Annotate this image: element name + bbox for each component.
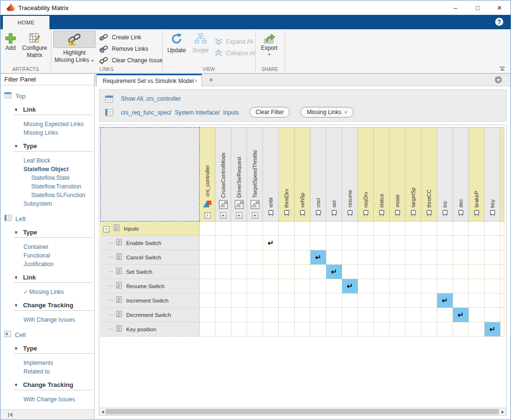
matrix-cell[interactable]: [453, 250, 469, 265]
matrix-cell[interactable]: [215, 279, 231, 293]
configure-matrix-button[interactable]: Configure Matrix: [20, 32, 49, 59]
matrix-cell[interactable]: [326, 236, 342, 250]
matrix-cell[interactable]: [200, 308, 215, 322]
matrix-cell[interactable]: [500, 322, 504, 337]
add-button[interactable]: Add: [3, 32, 18, 52]
matrix-cell[interactable]: [310, 265, 326, 279]
matrix-cell[interactable]: [358, 308, 374, 322]
matrix-cell[interactable]: [390, 222, 405, 236]
remove-links-button[interactable]: Remove Links: [99, 45, 148, 53]
matrix-cell-linked[interactable]: ↵: [437, 293, 453, 308]
filter-item-functional[interactable]: Functional: [24, 251, 94, 260]
matrix-cell-linked[interactable]: ↵: [326, 265, 342, 279]
matrix-cell[interactable]: [279, 250, 295, 265]
matrix-cell[interactable]: [295, 250, 310, 265]
filter-group-header-type[interactable]: ▼Type: [14, 141, 93, 152]
matrix-cell[interactable]: [326, 322, 342, 337]
matrix-cell[interactable]: [390, 236, 405, 250]
column-header-vehSp[interactable]: vehSp: [295, 127, 310, 222]
filter-item-missing-links[interactable]: Missing Links: [24, 128, 94, 137]
matrix-cell[interactable]: [342, 250, 358, 265]
matrix-cell[interactable]: [342, 322, 358, 337]
filter-item-container[interactable]: Container: [24, 243, 94, 251]
column-header-enbl[interactable]: enbl: [263, 127, 279, 222]
matrix-cell[interactable]: [231, 236, 247, 250]
matrix-cell[interactable]: [263, 265, 279, 279]
matrix-cell-linked[interactable]: ↵: [485, 322, 500, 337]
row-label-key-position[interactable]: Key position: [100, 322, 200, 337]
matrix-cell[interactable]: [485, 279, 500, 293]
tab-close-icon[interactable]: ×: [194, 78, 198, 84]
matrix-cell[interactable]: [421, 308, 437, 322]
matrix-cell[interactable]: [326, 279, 342, 293]
matrix-cell[interactable]: [215, 250, 231, 265]
matrix-cell[interactable]: [390, 265, 405, 279]
matrix-cell[interactable]: [342, 293, 358, 308]
matrix-cell[interactable]: [405, 236, 421, 250]
filter-group-header-link[interactable]: ▼Link: [14, 105, 93, 115]
matrix-cell[interactable]: [200, 293, 215, 308]
column-header-partial[interactable]: [500, 127, 504, 222]
matrix-cell[interactable]: [263, 222, 279, 236]
matrix-cell[interactable]: [215, 308, 231, 322]
matrix-cell[interactable]: [405, 322, 421, 337]
matrix-cell[interactable]: [326, 222, 342, 236]
matrix-cell[interactable]: [405, 265, 421, 279]
matrix-cell[interactable]: [390, 293, 405, 308]
matrix-cell[interactable]: [500, 308, 504, 322]
filter-chip-close-icon[interactable]: ×: [344, 109, 347, 115]
highlight-missing-links-button[interactable]: Highlight Missing Links ▼: [53, 31, 95, 64]
clear-change-issue-button[interactable]: Clear Change Issue: [99, 57, 163, 64]
row-label-cancel-switch[interactable]: Cancel Switch: [100, 250, 200, 265]
matrix-cell[interactable]: [358, 265, 374, 279]
matrix-cell[interactable]: [200, 279, 215, 293]
collapse-all-button[interactable]: Collapse All: [214, 49, 256, 57]
matrix-cell[interactable]: [374, 250, 390, 265]
filter-item-subsystem[interactable]: Subsystem: [24, 199, 94, 208]
matrix-cell[interactable]: [374, 322, 390, 337]
row-label-inputs[interactable]: −Inputs: [100, 222, 200, 236]
matrix-cell[interactable]: [405, 279, 421, 293]
column-header-CruiseControlMode[interactable]: CruiseControlMode+: [215, 127, 231, 222]
matrix-cell[interactable]: [310, 293, 326, 308]
horizontal-scrollbar[interactable]: ◄ ►: [99, 408, 506, 415]
matrix-cell[interactable]: [247, 279, 263, 293]
scrollbar-thumb[interactable]: [106, 409, 499, 414]
matrix-cell[interactable]: [295, 293, 310, 308]
matrix-cell[interactable]: [485, 250, 500, 265]
column-header-inc[interactable]: inc: [437, 127, 453, 222]
matrix-cell[interactable]: [500, 250, 504, 265]
matrix-cell[interactable]: [231, 279, 247, 293]
column-header-brakeP[interactable]: brakeP: [469, 127, 485, 222]
matrix-cell[interactable]: [342, 265, 358, 279]
matrix-cell[interactable]: [469, 265, 485, 279]
matrix-cell[interactable]: [231, 222, 247, 236]
close-button[interactable]: ✕: [488, 0, 511, 15]
column-header-throtCC[interactable]: throtCC: [421, 127, 437, 222]
create-link-button[interactable]: Create Link: [99, 34, 141, 41]
row-label-enable-switch[interactable]: Enable Switch: [100, 236, 200, 250]
row-label-increment-switch[interactable]: Increment Switch: [100, 293, 200, 308]
breadcrumb-system-interface[interactable]: System Interface: [175, 109, 218, 116]
matrix-cell[interactable]: [200, 265, 215, 279]
matrix-cell[interactable]: [279, 236, 295, 250]
breadcrumb-requirement-set[interactable]: crs_req_func_spec: [121, 109, 169, 116]
column-header-DriverSwRequest[interactable]: DriverSwRequest+: [231, 127, 247, 222]
matrix-cell[interactable]: [485, 265, 500, 279]
matrix-cell[interactable]: [405, 222, 421, 236]
column-header-resume[interactable]: resume: [342, 127, 358, 222]
matrix-cell[interactable]: [453, 265, 469, 279]
matrix-cell[interactable]: [200, 236, 215, 250]
matrix-cell[interactable]: [295, 222, 310, 236]
column-header-TargetSpeedThrottle[interactable]: TargetSpeedThrottle+: [247, 127, 263, 222]
matrix-cell[interactable]: [231, 250, 247, 265]
matrix-cell[interactable]: [231, 322, 247, 337]
filter-section-top[interactable]: Top: [4, 91, 94, 101]
matrix-cell[interactable]: [279, 308, 295, 322]
breadcrumb-inputs[interactable]: Inputs: [223, 109, 239, 116]
matrix-cell[interactable]: [374, 279, 390, 293]
filter-group-header-change-tracking[interactable]: ▼Change Tracking: [14, 300, 93, 311]
matrix-cell[interactable]: [469, 236, 485, 250]
matrix-cell[interactable]: [358, 236, 374, 250]
matrix-cell[interactable]: [215, 265, 231, 279]
